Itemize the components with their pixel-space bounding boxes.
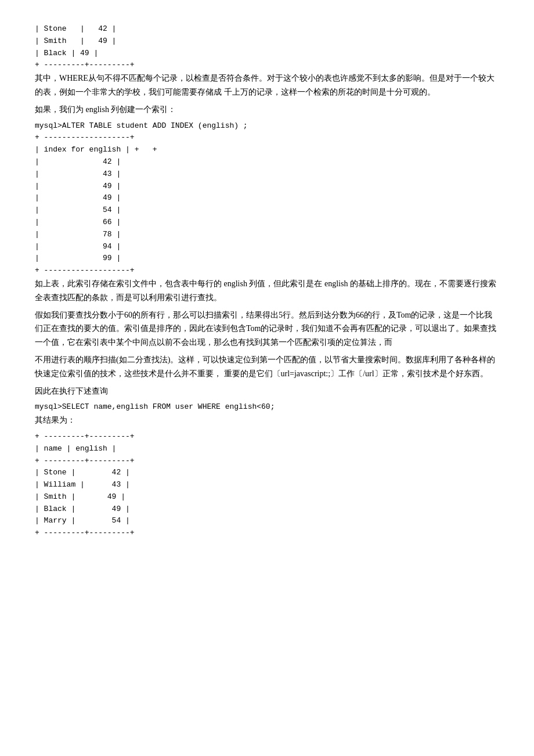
index-row-2: | 43 |: [35, 168, 499, 181]
index-table-header: | index for english | + +: [35, 144, 499, 156]
index-row-1: | 42 |: [35, 156, 499, 168]
paragraph-1: 其中，WHERE从句不得不匹配每个记录，以检查是否符合条件。对于这个较小的表也许…: [35, 71, 499, 99]
index-table-bottom: + -------------------+: [35, 265, 499, 277]
result-row-4: | Black | 49 |: [35, 503, 499, 516]
top-table: | Stone | 42 | | Smith | 49 | | Black | …: [35, 23, 499, 71]
sql-statement-2: mysql>SELECT name,english FROM user WHER…: [35, 401, 499, 413]
paragraph-7: 其结果为：: [35, 413, 499, 427]
paragraph-3: 如上表，此索引存储在索引文件中，包含表中每行的 english 列值，但此索引是…: [35, 277, 499, 305]
result-table-header: | name | english |: [35, 443, 499, 455]
index-row-6: | 66 |: [35, 217, 499, 229]
index-row-9: | 99 |: [35, 253, 499, 265]
paragraph-6: 因此在执行下述查询: [35, 384, 499, 398]
index-table: + -------------------+ | index for engli…: [35, 132, 499, 277]
index-row-4: | 49 |: [35, 192, 499, 204]
result-row-1: | Stone | 42 |: [35, 467, 499, 479]
top-table-row2: | Smith | 49 |: [35, 35, 499, 48]
result-table: + ---------+---------+ | name | english …: [35, 431, 499, 539]
result-table-top: + ---------+---------+: [35, 431, 499, 443]
index-table-top: + -------------------+: [35, 132, 499, 144]
sql1-text: mysql>ALTER TABLE student ADD INDEX (eng…: [35, 120, 499, 132]
sql-statement-1: mysql>ALTER TABLE student ADD INDEX (eng…: [35, 120, 499, 132]
paragraph-2: 如果，我们为 english 列创建一个索引：: [35, 103, 499, 117]
index-row-3: | 49 |: [35, 181, 499, 193]
top-table-row3: | Black | 49 |: [35, 48, 499, 60]
result-table-bottom: + ---------+---------+: [35, 527, 499, 539]
result-table-sep: + ---------+---------+: [35, 455, 499, 467]
index-row-8: | 94 |: [35, 241, 499, 253]
top-table-row1: | Stone | 42 |: [35, 23, 499, 35]
index-row-5: | 54 |: [35, 204, 499, 217]
paragraph-5: 不用进行表的顺序扫描(如二分查找法)。这样，可以快速定位到第一个匹配的值，以节省…: [35, 353, 499, 381]
index-row-7: | 78 |: [35, 229, 499, 241]
paragraph-4: 假如我们要查找分数小于60的所有行，那么可以扫描索引，结果得出5行。然后到达分数…: [35, 308, 499, 350]
result-row-5: | Marry | 54 |: [35, 515, 499, 527]
result-row-2: | William | 43 |: [35, 479, 499, 491]
top-table-bottom: + ---------+---------+: [35, 59, 499, 71]
sql2-text: mysql>SELECT name,english FROM user WHER…: [35, 401, 499, 413]
result-row-3: | Smith | 49 |: [35, 491, 499, 503]
